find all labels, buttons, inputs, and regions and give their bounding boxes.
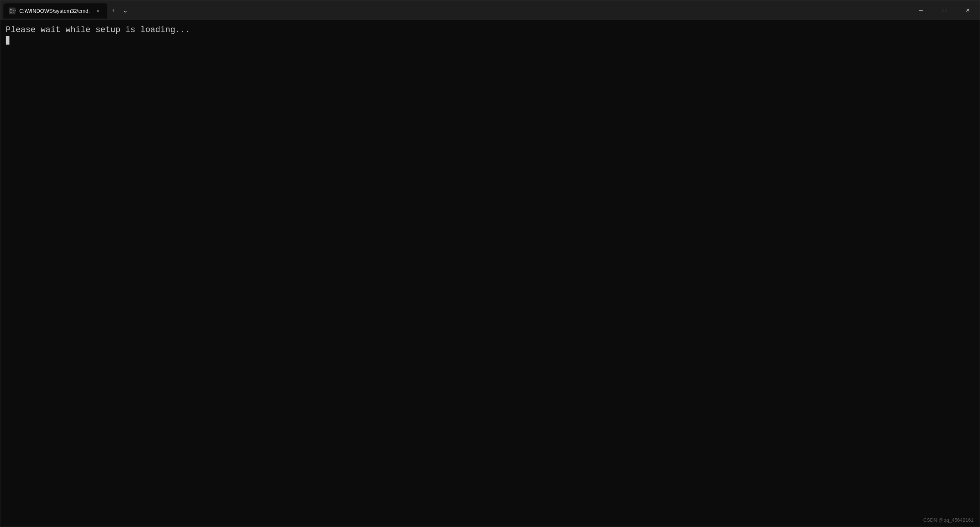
terminal-output-line-1: Please wait while setup is loading... [6,25,974,36]
terminal-cursor-line [6,36,974,45]
terminal-cursor [6,36,10,45]
cmd-icon: C:\ [9,8,16,14]
tab-title-text: C:\WINDOWS\system32\cmd. [19,8,90,14]
terminal-window: C:\ C:\WINDOWS\system32\cmd. × + ⌄ ─ □ ✕… [0,0,980,527]
svg-text:C:\: C:\ [10,9,16,14]
minimize-button[interactable]: ─ [909,0,933,20]
titlebar: C:\ C:\WINDOWS\system32\cmd. × + ⌄ ─ □ ✕ [0,0,980,20]
dropdown-button[interactable]: ⌄ [119,4,132,16]
terminal-body[interactable]: Please wait while setup is loading... CS… [0,20,980,527]
new-tab-button[interactable]: + [107,4,119,16]
tab-close-button[interactable]: × [94,7,102,15]
close-button[interactable]: ✕ [956,0,980,20]
window-controls: ─ □ ✕ [909,0,980,20]
watermark-text: CSDN @qq_45642161 [923,517,974,523]
maximize-button[interactable]: □ [933,0,956,20]
active-tab[interactable]: C:\ C:\WINDOWS\system32\cmd. × [3,3,107,19]
